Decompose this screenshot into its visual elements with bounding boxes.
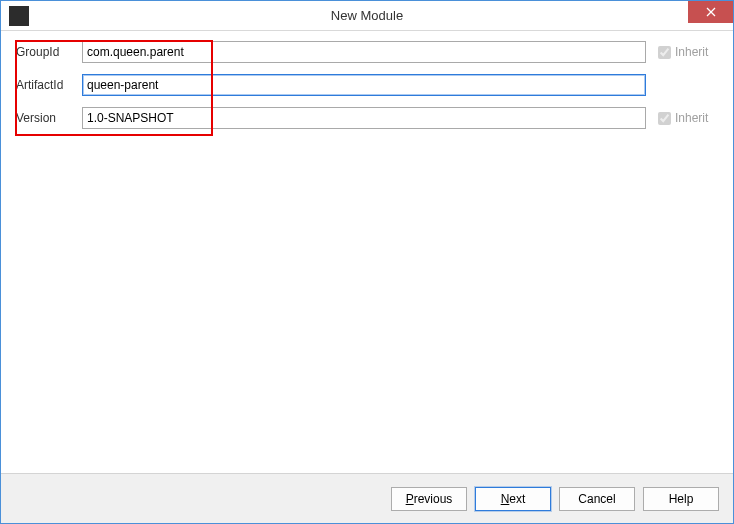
version-inherit-checkbox bbox=[658, 112, 671, 125]
titlebar: New Module bbox=[1, 1, 733, 31]
help-button[interactable]: Help bbox=[643, 487, 719, 511]
previous-button-rest: revious bbox=[414, 492, 453, 506]
artifactid-row: ArtifactId bbox=[16, 74, 713, 96]
artifactid-input[interactable] bbox=[82, 74, 646, 96]
close-button[interactable] bbox=[688, 1, 733, 23]
form-area: GroupId Inherit ArtifactId Version Inher… bbox=[16, 41, 713, 129]
content-area: GroupId Inherit ArtifactId Version Inher… bbox=[1, 31, 733, 473]
artifactid-label: ArtifactId bbox=[16, 78, 82, 92]
next-button-rest: ext bbox=[509, 492, 525, 506]
button-bar: Previous Next Cancel Help bbox=[1, 473, 733, 523]
version-inherit: Inherit bbox=[658, 111, 713, 125]
groupid-label: GroupId bbox=[16, 45, 82, 59]
close-icon bbox=[706, 7, 716, 17]
version-inherit-label: Inherit bbox=[675, 111, 708, 125]
next-button[interactable]: Next bbox=[475, 487, 551, 511]
groupid-inherit-label: Inherit bbox=[675, 45, 708, 59]
groupid-inherit: Inherit bbox=[658, 45, 713, 59]
window-title: New Module bbox=[1, 8, 733, 23]
app-icon bbox=[9, 6, 29, 26]
version-row: Version Inherit bbox=[16, 107, 713, 129]
version-label: Version bbox=[16, 111, 82, 125]
groupid-row: GroupId Inherit bbox=[16, 41, 713, 63]
groupid-inherit-checkbox bbox=[658, 46, 671, 59]
previous-button[interactable]: Previous bbox=[391, 487, 467, 511]
groupid-input[interactable] bbox=[82, 41, 646, 63]
version-input[interactable] bbox=[82, 107, 646, 129]
cancel-button[interactable]: Cancel bbox=[559, 487, 635, 511]
